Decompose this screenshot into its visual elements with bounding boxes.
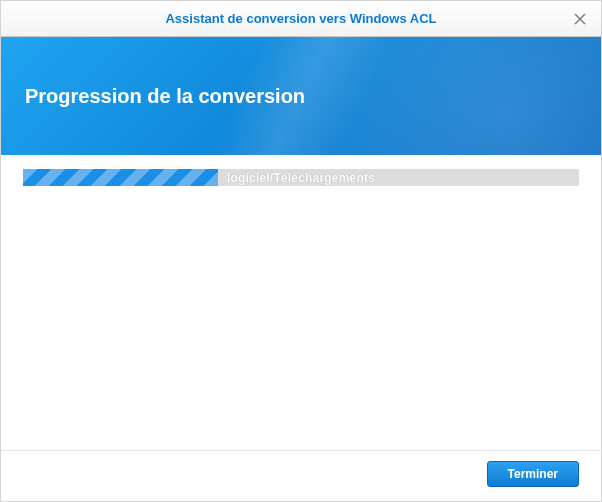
- progress-label: logiciel/Téléchargements: [23, 169, 579, 186]
- banner: Progression de la conversion: [1, 37, 601, 155]
- acl-conversion-dialog: Assistant de conversion vers Windows ACL…: [0, 0, 602, 502]
- dialog-title: Assistant de conversion vers Windows ACL: [165, 11, 436, 26]
- content-area: logiciel/Téléchargements: [1, 155, 601, 450]
- close-button[interactable]: [569, 8, 591, 30]
- banner-heading: Progression de la conversion: [25, 85, 305, 108]
- progress-bar: logiciel/Téléchargements: [23, 169, 579, 186]
- footer: Terminer: [1, 450, 601, 501]
- content-spacer: [23, 186, 579, 450]
- titlebar: Assistant de conversion vers Windows ACL: [1, 1, 601, 37]
- finish-button[interactable]: Terminer: [487, 461, 579, 487]
- close-icon: [574, 10, 586, 28]
